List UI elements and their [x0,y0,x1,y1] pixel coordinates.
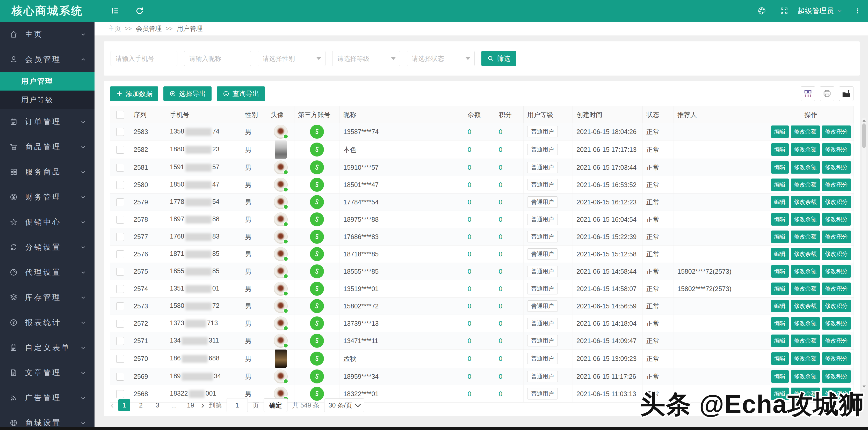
edit-button[interactable]: 编辑 [771,265,789,277]
modify-balance-button[interactable]: 修改余额 [791,248,820,260]
sidebar-collapse-icon[interactable] [111,6,120,15]
row-checkbox[interactable] [116,233,124,241]
edit-button[interactable]: 编辑 [771,213,789,226]
column-toggle-icon[interactable] [801,87,815,101]
sidebar-item[interactable]: 文章管理 [0,360,95,385]
export-file-icon[interactable] [839,87,854,101]
sidebar-item[interactable]: 广告管理 [0,385,95,410]
query-export-button[interactable]: 查询导出 [217,87,265,101]
breadcrumb-item[interactable]: 用户管理 [177,24,203,33]
modify-points-button[interactable]: 修改积分 [822,196,851,208]
next-page-button[interactable]: › [201,399,204,411]
sidebar-item[interactable]: 服务商品 [0,159,95,185]
edit-button[interactable]: 编辑 [771,231,789,243]
page-button[interactable]: 3 [152,399,163,411]
sidebar-subitem[interactable]: 用户管理 [0,72,95,91]
edit-button[interactable]: 编辑 [771,334,789,347]
edit-button[interactable]: 编辑 [771,126,789,138]
modify-points-button[interactable]: 修改积分 [822,213,851,226]
sidebar-item[interactable]: 会员管理 [0,47,95,72]
sidebar-item[interactable]: 代理设置 [0,260,95,285]
row-checkbox[interactable] [116,198,124,206]
modify-points-button[interactable]: 修改积分 [822,143,851,156]
modify-points-button[interactable]: 修改积分 [822,248,851,260]
theme-palette-icon[interactable] [757,6,767,15]
edit-button[interactable]: 编辑 [771,178,789,191]
row-checkbox[interactable] [116,164,124,171]
edit-button[interactable]: 编辑 [771,317,789,330]
row-checkbox[interactable] [116,302,124,310]
edit-button[interactable]: 编辑 [771,300,789,312]
row-checkbox[interactable] [116,373,124,381]
modify-points-button[interactable]: 修改积分 [822,126,851,138]
modify-balance-button[interactable]: 修改余额 [791,265,820,277]
sidebar-subitem[interactable]: 用户等级 [0,91,95,109]
sidebar-item[interactable]: 订单管理 [0,109,95,134]
edit-button[interactable]: 编辑 [771,370,789,383]
row-checkbox[interactable] [116,285,124,293]
modify-points-button[interactable]: 修改积分 [822,265,851,277]
breadcrumb-item[interactable]: 会员管理 [136,24,162,33]
level-select[interactable]: 请选择等级 [332,51,400,66]
table-scrollbar[interactable] [862,118,866,389]
modify-points-button[interactable]: 修改积分 [822,370,851,383]
sidebar-item[interactable]: 报表统计 [0,310,95,335]
add-data-button[interactable]: 添加数据 [110,87,158,101]
modify-balance-button[interactable]: 修改余额 [791,196,820,208]
modify-points-button[interactable]: 修改积分 [822,352,851,365]
filter-button[interactable]: 筛选 [482,51,516,66]
select-all-checkbox[interactable] [116,111,124,119]
admin-menu[interactable]: 超级管理员 [798,6,843,16]
sidebar-item[interactable]: 商品管理 [0,134,95,159]
edit-button[interactable]: 编辑 [771,143,789,156]
page-button[interactable]: 1 [118,399,130,411]
goto-page-input[interactable] [226,398,248,412]
modify-points-button[interactable]: 修改积分 [822,283,851,295]
row-checkbox[interactable] [116,251,124,258]
nickname-input[interactable] [184,51,251,66]
row-checkbox[interactable] [116,128,124,136]
edit-button[interactable]: 编辑 [771,161,789,174]
modify-balance-button[interactable]: 修改余额 [791,317,820,330]
modify-balance-button[interactable]: 修改余额 [791,231,820,243]
row-checkbox[interactable] [116,355,124,363]
modify-balance-button[interactable]: 修改余额 [791,283,820,295]
page-button[interactable]: 19 [185,399,196,411]
edit-button[interactable]: 编辑 [771,352,789,365]
modify-points-button[interactable]: 修改积分 [822,317,851,330]
status-select[interactable]: 请选择状态 [407,51,475,66]
modify-balance-button[interactable]: 修改余额 [791,161,820,174]
sidebar-item[interactable]: 财务管理 [0,185,95,209]
row-checkbox[interactable] [116,181,124,189]
row-checkbox[interactable] [116,146,124,154]
phone-input[interactable] [111,51,177,66]
breadcrumb-item[interactable]: 主页 [108,24,121,33]
modify-balance-button[interactable]: 修改余额 [791,143,820,156]
scroll-up-icon[interactable] [863,119,866,122]
page-button[interactable]: 2 [135,399,147,411]
row-checkbox[interactable] [116,216,124,224]
modify-points-button[interactable]: 修改积分 [822,178,851,191]
row-checkbox[interactable] [116,337,124,345]
per-page-select[interactable]: 30 条/页 [324,398,365,412]
confirm-button[interactable]: 确定 [264,398,287,412]
sidebar-item[interactable]: 主页 [0,22,95,47]
modify-balance-button[interactable]: 修改余额 [791,213,820,226]
fullscreen-icon[interactable] [779,6,789,15]
sidebar-item[interactable]: 库存管理 [0,285,95,310]
edit-button[interactable]: 编辑 [771,248,789,260]
sidebar-item[interactable]: 促销中心 [0,209,95,235]
gender-select[interactable]: 请选择性别 [258,51,326,66]
modify-points-button[interactable]: 修改积分 [822,231,851,243]
modify-balance-button[interactable]: 修改余额 [791,300,820,312]
modify-balance-button[interactable]: 修改余额 [791,126,820,138]
prev-page-button[interactable]: ‹ [111,399,114,411]
refresh-icon[interactable] [135,6,144,15]
sidebar-item[interactable]: 分销设置 [0,235,95,260]
row-checkbox[interactable] [116,268,124,275]
modify-balance-button[interactable]: 修改余额 [791,352,820,365]
modify-points-button[interactable]: 修改积分 [822,161,851,174]
row-checkbox[interactable] [116,320,124,328]
row-checkbox[interactable] [116,390,124,398]
modify-points-button[interactable]: 修改积分 [822,334,851,347]
